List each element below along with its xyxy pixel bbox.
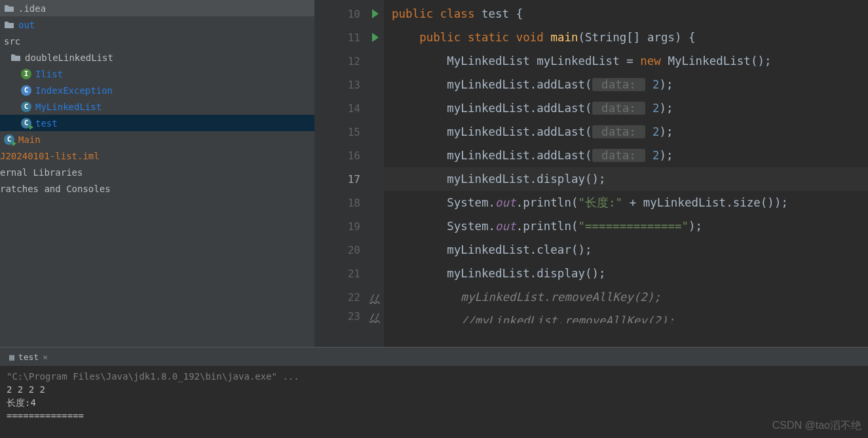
line-number[interactable]: 15 [314,120,366,144]
line-number[interactable]: 14 [314,96,366,120]
code-line[interactable]: //myLinkedList.removeAllKey(2); [384,309,868,323]
fold-mark[interactable] [366,191,384,214]
fold-mark[interactable]: // [366,285,384,309]
tree-item-src[interactable]: src [0,33,314,49]
main-area: .ideaoutsrcdoubleLinkedListIIlistCIndexE… [0,0,868,347]
fold-mark[interactable] [366,214,384,238]
fold-column[interactable]: ⊖//// [366,0,384,347]
console-line: "C:\Program Files\Java\jdk1.8.0_192\bin\… [7,370,861,383]
fold-mark[interactable] [366,144,384,167]
line-number[interactable]: 19 [314,214,366,238]
folder-icon [4,20,14,30]
code-line[interactable]: myLinkedList.addLast( data: 2); [384,96,868,120]
fold-mark[interactable] [366,49,384,73]
folder-icon [4,3,14,14]
tree-item-test[interactable]: Ctest [0,115,314,131]
tree-label: J20240101-list.iml [0,151,100,161]
app-icon: ▦ [9,352,14,362]
code-line[interactable]: public static void main(String[] args) { [384,26,868,49]
fold-mark[interactable] [366,238,384,262]
code-line[interactable]: System.out.println("长度:" + myLinkedList.… [384,191,868,214]
code-line[interactable]: myLinkedList.removeAllKey(2); [384,285,868,309]
runnable-icon: C [21,118,31,129]
tree-item-idea[interactable]: .idea [0,0,314,16]
javaclass-icon: C [21,102,31,112]
line-gutter[interactable]: 1011121314151617181920212223 [314,0,366,347]
tree-item-j20240101listiml[interactable]: J20240101-list.iml [0,148,314,164]
tree-item-indexexception[interactable]: CIndexException [0,82,314,98]
console-line: ============== [7,409,861,422]
watermark: CSDN @tao滔不绝 [772,419,861,433]
tree-label: ernal Libraries [0,167,83,178]
project-tree[interactable]: .ideaoutsrcdoubleLinkedListIIlistCIndexE… [0,0,314,347]
fold-mark[interactable] [366,262,384,285]
tree-label: IndexException [35,85,113,96]
line-number[interactable]: 18 [314,191,366,214]
code-area[interactable]: public class test { public static void m… [384,0,868,347]
code-line[interactable]: public class test { [384,2,868,26]
code-editor[interactable]: 1011121314151617181920212223 ⊖//// publi… [314,0,868,347]
tree-item-doublelinkedlist[interactable]: doubleLinkedList [0,49,314,66]
code-line[interactable]: myLinkedList.display(); [384,167,868,191]
code-line[interactable]: myLinkedList.display(); [384,262,868,285]
run-icon[interactable] [372,33,379,42]
line-number[interactable]: 11 [314,26,366,49]
console-tab-label: test [18,352,39,362]
code-line[interactable]: myLinkedList.addLast( data: 2); [384,120,868,144]
interface-icon: I [21,69,31,79]
fold-mark[interactable] [366,120,384,144]
tree-label: out [18,20,35,30]
fold-mark[interactable] [366,167,384,191]
tree-item-ratchesandconsoles[interactable]: ratches and Consoles [0,180,314,197]
line-number[interactable]: 21 [314,262,366,285]
runnable-icon: C [4,134,14,145]
console-panel: ▦ test × "C:\Program Files\Java\jdk1.8.0… [0,347,868,438]
line-number[interactable]: 22 [314,285,366,309]
tree-label: .idea [18,3,46,14]
tree-label: MyLinkedList [35,102,102,112]
tree-item-out[interactable]: out [0,16,314,33]
tree-label: test [35,118,58,129]
fold-mark[interactable] [366,96,384,120]
code-line[interactable]: System.out.println("=============="); [384,214,868,238]
console-line: 2 2 2 2 [7,383,861,396]
tree-label: Main [18,134,41,145]
tree-label: src [4,36,20,47]
console-tabs[interactable]: ▦ test × [0,348,868,366]
line-number[interactable]: 12 [314,49,366,73]
line-number[interactable]: 23 [314,309,366,323]
code-line[interactable]: myLinkedList.clear(); [384,238,868,262]
fold-mark[interactable]: // [366,309,384,323]
code-line[interactable]: myLinkedList.addLast( data: 2); [384,144,868,167]
tree-item-ernallibraries[interactable]: ernal Libraries [0,164,314,180]
run-icon[interactable] [372,9,379,18]
console-tab-test[interactable]: ▦ test × [4,351,53,363]
tree-item-ilist[interactable]: IIlist [0,66,314,82]
close-icon[interactable]: × [43,352,48,362]
fold-mark[interactable] [366,73,384,96]
tree-item-mylinkedlist[interactable]: CMyLinkedList [0,98,314,115]
tree-label: Ilist [35,69,63,79]
tree-label: doubleLinkedList [25,52,113,63]
tree-item-main[interactable]: CMain [0,131,314,148]
tree-label: ratches and Consoles [0,184,111,194]
class-icon: C [21,85,31,96]
code-line[interactable]: myLinkedList.addLast( data: 2); [384,73,868,96]
console-output[interactable]: "C:\Program Files\Java\jdk1.8.0_192\bin\… [0,366,868,438]
line-number[interactable]: 16 [314,144,366,167]
line-number[interactable]: 13 [314,73,366,96]
line-number[interactable]: 17 [314,167,366,191]
line-number[interactable]: 10 [314,2,366,26]
console-line: 长度:4 [7,396,861,409]
line-number[interactable]: 20 [314,238,366,262]
folder-icon [10,52,21,63]
code-line[interactable]: MyLinkedList myLinkedList = new MyLinked… [384,49,868,73]
